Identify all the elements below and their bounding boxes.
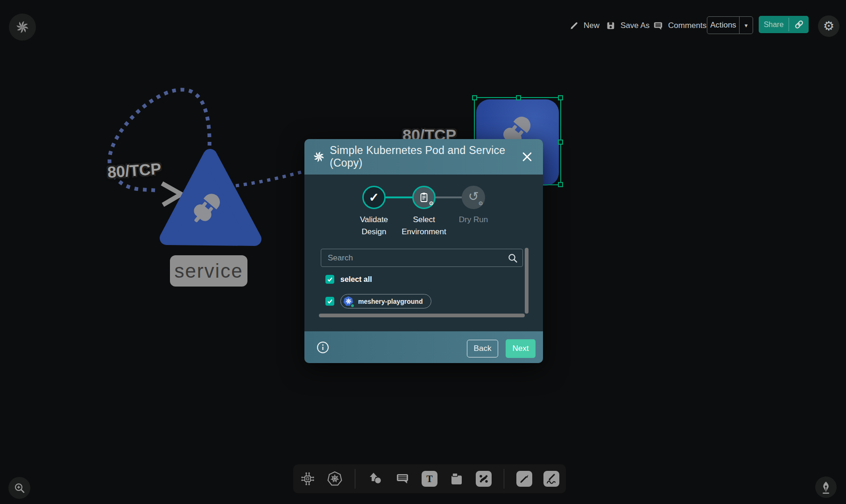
shapes-tool-button[interactable] (367, 471, 383, 487)
horizontal-scrollbar[interactable] (319, 314, 525, 317)
doodle-tool-button[interactable] (543, 471, 559, 487)
modal-footer: Back Next (304, 331, 543, 363)
edge-port-label: 80/TCP (107, 160, 162, 182)
comment-icon (653, 21, 663, 31)
zoom-button[interactable] (8, 477, 30, 499)
components-tool-button[interactable] (300, 471, 316, 487)
text-tool-button[interactable]: T (422, 471, 437, 487)
fountain-pen-icon (819, 480, 833, 494)
pencil-icon (569, 21, 579, 31)
check-icon: ✓ (369, 191, 379, 203)
chip-icon (300, 471, 316, 487)
comment-icon (395, 471, 410, 487)
chevron-down-icon[interactable]: ▾ (740, 17, 753, 34)
copy-link-button[interactable] (789, 16, 809, 33)
info-icon[interactable] (317, 341, 329, 354)
canvas-toolbar: T (293, 464, 566, 493)
meshery-design-canvas: service 80/TCP 80/TCP ⚙ (0, 0, 846, 504)
resize-handle-e[interactable] (558, 140, 563, 145)
text-tool-icon: T (426, 474, 432, 483)
select-all-label: select all (340, 275, 372, 284)
resize-handle-nw[interactable] (472, 95, 477, 100)
edge-tool-button[interactable] (476, 471, 492, 487)
service-node-label: service (170, 255, 247, 287)
kubernetes-icon (327, 471, 343, 487)
zoom-in-icon (14, 482, 26, 494)
modal-title: Simple Kubernetes Pod and Service (Copy) (330, 144, 535, 169)
step-label-select-environment: Select Environment (400, 214, 448, 238)
pen-icon (516, 471, 532, 487)
settings-button[interactable]: ⚙ (818, 15, 839, 37)
step-validate-design[interactable]: ✓ (362, 186, 386, 209)
check-icon (326, 276, 333, 283)
next-button[interactable]: Next (506, 339, 536, 358)
gear-icon: ⚙ (823, 20, 834, 33)
meshery-logo-icon (15, 20, 29, 34)
pen-tool-button[interactable] (516, 471, 532, 487)
new-label: New (584, 21, 599, 30)
step-label-validate-design: Validate Design (350, 214, 398, 238)
history-icon: ↺ (468, 190, 479, 203)
resize-handle-se[interactable] (558, 182, 563, 187)
environment-chip[interactable]: meshery-playground (340, 294, 431, 308)
step-label-dry-run: Dry Run (449, 214, 498, 226)
deploy-modal: Simple Kubernetes Pod and Service (Copy)… (304, 139, 543, 363)
share-label[interactable]: Share (759, 16, 789, 33)
select-all-row: select all (325, 275, 372, 284)
comments-button[interactable]: Comments (653, 18, 706, 34)
new-button[interactable]: New (569, 18, 599, 34)
media-tool-button[interactable] (449, 471, 465, 487)
toolbar-divider (355, 469, 355, 489)
doodle-pencil-icon (543, 471, 559, 487)
save-as-label: Save As (620, 21, 649, 30)
modal-header: Simple Kubernetes Pod and Service (Copy) (304, 139, 543, 175)
stepper-connector-done (386, 196, 412, 198)
comments-label: Comments (668, 21, 706, 30)
check-icon (326, 298, 333, 305)
toolbar-divider (504, 469, 504, 489)
environment-search (321, 249, 523, 267)
clipboard-icon (418, 192, 430, 203)
meshery-logo-icon (313, 151, 324, 163)
resize-handle-ne[interactable] (558, 95, 563, 100)
environment-name: meshery-playground (358, 298, 423, 305)
media-icon (449, 471, 465, 487)
save-icon (606, 21, 616, 31)
kubernetes-tool-button[interactable] (327, 471, 343, 487)
search-input[interactable] (321, 249, 522, 266)
step-dry-run[interactable]: ↺ ⚙ (462, 186, 485, 209)
environment-checkbox[interactable] (325, 297, 334, 306)
connection-status-dot (350, 303, 355, 308)
close-icon (522, 152, 532, 162)
search-icon[interactable] (508, 253, 518, 264)
step-select-environment[interactable]: ⚙ (412, 186, 436, 209)
stepper-connector-todo (436, 196, 462, 198)
comment-tool-button[interactable] (395, 471, 410, 487)
pen-mode-button[interactable] (815, 476, 837, 498)
close-button[interactable] (522, 151, 533, 162)
actions-label[interactable]: Actions (707, 17, 739, 34)
service-node-label-text: service (174, 260, 243, 282)
gear-icon: ⚙ (478, 201, 483, 206)
link-icon (794, 20, 804, 29)
actions-button[interactable]: Actions ▾ (707, 16, 753, 34)
environment-row: meshery-playground (325, 294, 431, 308)
meshery-logo-button[interactable] (9, 14, 36, 41)
gear-icon: ⚙ (429, 201, 434, 206)
kubernetes-badge (343, 296, 354, 307)
link-nodes-icon (476, 471, 492, 487)
resize-handle-n[interactable] (516, 95, 521, 100)
share-button[interactable]: Share (759, 16, 809, 33)
vertical-scrollbar[interactable] (525, 248, 529, 314)
save-as-button[interactable]: Save As (606, 18, 649, 34)
shapes-icon (367, 471, 383, 487)
back-button[interactable]: Back (467, 340, 498, 357)
select-all-checkbox[interactable] (325, 275, 334, 284)
